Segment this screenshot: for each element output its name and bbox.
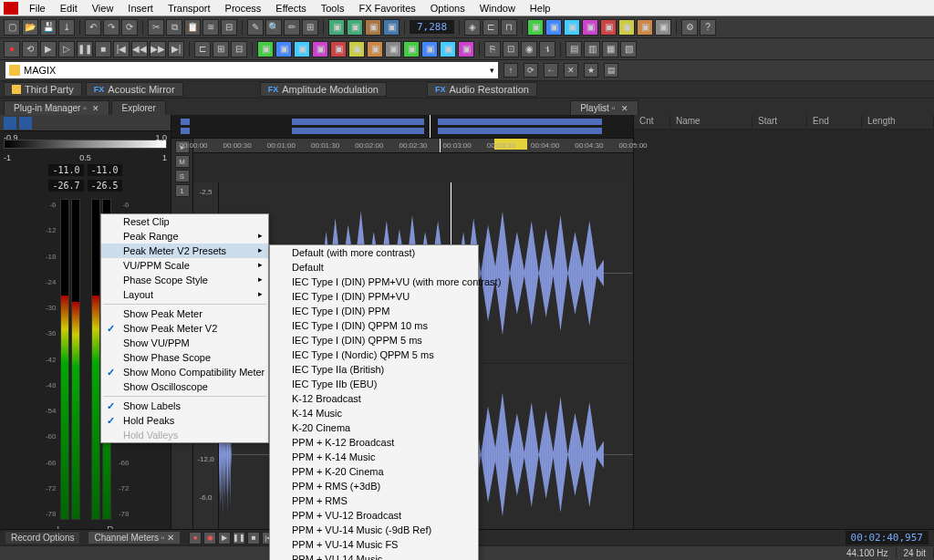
preset-item[interactable]: PPM + VU-14 Music FS — [270, 537, 478, 552]
preset-item[interactable]: IEC Type I (DIN) QPPM 5 ms — [270, 333, 478, 347]
rewind-button[interactable]: ◀◀ — [131, 41, 148, 57]
tb-copy-icon[interactable]: ⧉ — [166, 19, 182, 36]
preset-item[interactable]: Default (with more contrast) — [270, 245, 478, 260]
col-end[interactable]: End — [807, 115, 862, 129]
tb-snapb-icon[interactable]: ⊟ — [231, 41, 247, 57]
preset-item[interactable]: PPM + VU-14 Music (-9dB Ref) — [270, 523, 478, 537]
tb-proc5-icon[interactable]: ▣ — [330, 41, 347, 57]
menu-item[interactable]: Hold Peaks — [101, 413, 268, 428]
selection-region[interactable] — [503, 182, 534, 364]
tb-proc9-icon[interactable]: ▣ — [403, 41, 420, 57]
path-input[interactable]: MAGIX ▾ — [5, 62, 498, 78]
tb-fx3-icon[interactable]: ▣ — [564, 19, 580, 36]
plugin-acoustic-mirror[interactable]: FX Acoustic Mirror — [86, 82, 183, 97]
tab-plugin-manager[interactable]: Plug-in Manager ▫ ✕ — [4, 100, 109, 115]
maximize-icon[interactable]: ▫ — [612, 103, 616, 113]
tb-pencil-icon[interactable]: ✏ — [284, 19, 300, 36]
menu-item[interactable]: Show VU/PPM — [101, 336, 268, 350]
tb-help-icon[interactable]: ? — [700, 19, 716, 36]
mini-play-button[interactable]: ▶ — [218, 532, 231, 544]
close-icon[interactable]: ✕ — [167, 533, 174, 543]
tb-spec-icon[interactable]: ⫮ — [539, 41, 555, 57]
tb-mix-icon[interactable]: ≋ — [202, 19, 219, 36]
menu-item[interactable]: Show Peak Meter V2 — [101, 321, 268, 336]
tab-playlist[interactable]: Playlist ▫ ✕ — [570, 100, 638, 115]
tb-redo-icon[interactable]: ↷ — [103, 19, 119, 36]
tb-new-icon[interactable]: ▢ — [4, 19, 20, 36]
path-view-icon[interactable]: ▤ — [604, 63, 618, 78]
menu-process[interactable]: Process — [218, 2, 269, 15]
mini-loop-rec-button[interactable]: ◉ — [203, 532, 216, 544]
tb-editmode-icon[interactable]: ✎ — [247, 19, 264, 36]
col-start[interactable]: Start — [752, 115, 807, 129]
mini-record-button[interactable]: ● — [189, 532, 202, 544]
maximize-icon[interactable]: ▫ — [83, 103, 87, 113]
preset-item[interactable]: PPM + RMS (+3dB) — [270, 479, 478, 493]
preset-item[interactable]: PPM + K-14 Music — [270, 450, 478, 464]
tab-explorer[interactable]: Explorer — [111, 100, 165, 115]
menu-tools[interactable]: Tools — [314, 2, 352, 15]
tb-tool-c-icon[interactable]: ▣ — [365, 19, 381, 36]
tb-fx6-icon[interactable]: ▣ — [618, 19, 635, 36]
tb-tool-b-icon[interactable]: ▣ — [347, 19, 363, 36]
forward-button[interactable]: ▶▶ — [150, 41, 166, 57]
path-up-icon[interactable]: ↑ — [503, 63, 518, 78]
preset-item[interactable]: K-14 Music — [270, 406, 478, 420]
stop-button[interactable]: ■ — [95, 41, 111, 57]
preset-item[interactable]: PPM + RMS — [270, 493, 478, 508]
tb-marker-icon[interactable]: ◈ — [464, 19, 481, 36]
record-button[interactable]: ● — [4, 41, 20, 57]
preset-item[interactable]: IEC Type I (DIN) PPM+VU — [270, 289, 478, 304]
time-ruler[interactable]: 00:00:0000:00:3000:01:0000:01:3000:02:00… — [193, 139, 633, 153]
tb-proc7-icon[interactable]: ▣ — [367, 41, 383, 57]
mini-pause-button[interactable]: ❚❚ — [233, 532, 245, 544]
tb-event-icon[interactable]: ⊞ — [302, 19, 318, 36]
menu-item[interactable]: Show Labels — [101, 399, 268, 413]
goto-end-button[interactable]: ▶| — [168, 41, 184, 57]
preset-item[interactable]: IEC Type I (Nordic) QPPM 5 ms — [270, 347, 478, 362]
menu-view[interactable]: View — [85, 2, 121, 15]
menu-window[interactable]: Window — [472, 2, 523, 15]
tb-trim-icon[interactable]: ⊟ — [221, 19, 237, 36]
col-length[interactable]: Length — [862, 115, 934, 129]
preset-item[interactable]: IEC Type I (DIN) QPPM 10 ms — [270, 318, 478, 333]
col-name[interactable]: Name — [670, 115, 752, 129]
menu-file[interactable]: File — [22, 2, 53, 15]
pause-button[interactable]: ❚❚ — [77, 41, 93, 57]
chan-btn-1[interactable] — [4, 117, 16, 130]
menu-item[interactable]: Layout — [101, 287, 268, 302]
preset-item[interactable]: PPM + VU-14 Music — [270, 552, 478, 560]
preset-item[interactable]: IEC Type I (DIN) PPM+VU (with more contr… — [270, 275, 478, 289]
preset-item[interactable]: IEC Type IIa (British) — [270, 362, 478, 377]
menu-insert[interactable]: Insert — [120, 2, 161, 15]
tb-saveas-icon[interactable]: ⤓ — [58, 19, 75, 36]
tb-pref-icon[interactable]: ⚙ — [681, 19, 698, 36]
chevron-down-icon[interactable]: ▾ — [490, 66, 494, 75]
path-fav-icon[interactable]: ★ — [584, 63, 598, 78]
play-button[interactable]: ▶ — [40, 41, 57, 57]
tb-proc2-icon[interactable]: ▣ — [275, 41, 292, 57]
preset-item[interactable]: PPM + VU-12 Broadcast — [270, 508, 478, 523]
tab-channel-meters[interactable]: Channel Meters ▫ ✕ — [88, 532, 180, 544]
tb-proc4-icon[interactable]: ▣ — [312, 41, 328, 57]
tb-proc10-icon[interactable]: ▣ — [421, 41, 438, 57]
track-ch-icon[interactable]: 1 — [175, 184, 190, 197]
preset-item[interactable]: PPM + K-12 Broadcast — [270, 435, 478, 450]
plugin-audio-restoration[interactable]: FX Audio Restoration — [427, 82, 537, 97]
plugin-thirdparty[interactable]: Third Party — [4, 82, 82, 97]
tb-repeat-icon[interactable]: ⟳ — [121, 19, 138, 36]
menu-item[interactable]: Peak Meter V2 Presets — [101, 244, 268, 258]
loop-record-icon[interactable]: ⟲ — [22, 41, 38, 57]
plugin-amplitude-mod[interactable]: FX Amplitude Modulation — [260, 82, 387, 97]
tb-proc11-icon[interactable]: ▣ — [440, 41, 456, 57]
tb-proc3-icon[interactable]: ▣ — [294, 41, 310, 57]
track-mute-icon[interactable]: M — [175, 155, 190, 168]
preset-item[interactable]: PPM + K-20 Cinema — [270, 464, 478, 479]
menu-item[interactable]: VU/PPM Scale — [101, 258, 268, 273]
close-icon[interactable]: ✕ — [621, 104, 628, 113]
preset-item[interactable]: IEC Type I (DIN) PPM — [270, 304, 478, 318]
tb-fx1-icon[interactable]: ▣ — [527, 19, 544, 36]
tb-proc6-icon[interactable]: ▣ — [348, 41, 365, 57]
chan-btn-2[interactable] — [19, 117, 32, 130]
tb-fx2-icon[interactable]: ▣ — [545, 19, 562, 36]
